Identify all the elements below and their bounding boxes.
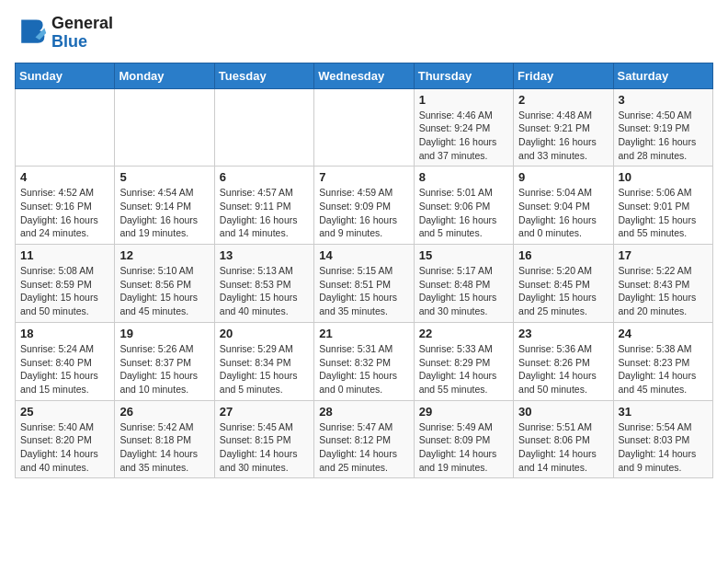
day-detail: Sunrise: 5:47 AM Sunset: 8:12 PM Dayligh… [319, 420, 408, 475]
calendar-cell [115, 88, 214, 167]
calendar-cell: 21Sunrise: 5:31 AM Sunset: 8:32 PM Dayli… [314, 322, 414, 400]
day-number: 2 [518, 93, 608, 107]
calendar-cell: 17Sunrise: 5:22 AM Sunset: 8:43 PM Dayli… [613, 245, 712, 323]
day-number: 14 [319, 248, 408, 262]
col-header-thursday: Thursday [414, 63, 513, 88]
day-number: 4 [20, 170, 109, 184]
calendar-cell: 20Sunrise: 5:29 AM Sunset: 8:34 PM Dayli… [214, 322, 313, 400]
day-number: 1 [419, 93, 508, 107]
calendar-cell: 9Sunrise: 5:04 AM Sunset: 9:04 PM Daylig… [514, 167, 613, 245]
day-detail: Sunrise: 5:17 AM Sunset: 8:48 PM Dayligh… [419, 264, 508, 318]
calendar-cell [16, 88, 115, 167]
day-number: 29 [419, 405, 508, 419]
day-number: 8 [419, 170, 508, 184]
calendar-week-4: 25Sunrise: 5:40 AM Sunset: 8:20 PM Dayli… [16, 400, 713, 478]
day-number: 31 [619, 405, 708, 419]
col-header-monday: Monday [115, 63, 214, 88]
calendar-cell: 18Sunrise: 5:24 AM Sunset: 8:40 PM Dayli… [16, 322, 115, 400]
calendar-cell: 26Sunrise: 5:42 AM Sunset: 8:18 PM Dayli… [115, 400, 214, 478]
calendar-cell: 2Sunrise: 4:48 AM Sunset: 9:21 PM Daylig… [514, 88, 613, 167]
day-number: 9 [518, 170, 608, 184]
calendar-cell: 27Sunrise: 5:45 AM Sunset: 8:15 PM Dayli… [214, 400, 313, 478]
day-number: 28 [319, 405, 408, 419]
calendar-cell: 25Sunrise: 5:40 AM Sunset: 8:20 PM Dayli… [16, 400, 115, 478]
calendar-cell: 13Sunrise: 5:13 AM Sunset: 8:53 PM Dayli… [214, 245, 313, 323]
day-detail: Sunrise: 4:57 AM Sunset: 9:11 PM Dayligh… [220, 186, 309, 240]
day-detail: Sunrise: 5:22 AM Sunset: 8:43 PM Dayligh… [619, 264, 708, 318]
day-number: 7 [319, 170, 408, 184]
calendar-cell: 28Sunrise: 5:47 AM Sunset: 8:12 PM Dayli… [314, 400, 414, 478]
calendar-cell: 3Sunrise: 4:50 AM Sunset: 9:19 PM Daylig… [613, 88, 712, 167]
day-detail: Sunrise: 5:08 AM Sunset: 8:59 PM Dayligh… [20, 264, 109, 318]
day-number: 26 [119, 405, 209, 419]
day-detail: Sunrise: 5:15 AM Sunset: 8:51 PM Dayligh… [319, 264, 408, 318]
calendar-cell: 29Sunrise: 5:49 AM Sunset: 8:09 PM Dayli… [414, 400, 513, 478]
page-header: General Blue [15, 15, 713, 52]
calendar-cell: 16Sunrise: 5:20 AM Sunset: 8:45 PM Dayli… [514, 245, 613, 323]
calendar-cell: 10Sunrise: 5:06 AM Sunset: 9:01 PM Dayli… [613, 167, 712, 245]
day-detail: Sunrise: 4:52 AM Sunset: 9:16 PM Dayligh… [20, 186, 109, 240]
day-detail: Sunrise: 5:24 AM Sunset: 8:40 PM Dayligh… [20, 342, 109, 396]
col-header-saturday: Saturday [613, 63, 712, 88]
calendar-cell: 6Sunrise: 4:57 AM Sunset: 9:11 PM Daylig… [214, 167, 313, 245]
day-detail: Sunrise: 5:04 AM Sunset: 9:04 PM Dayligh… [518, 186, 608, 240]
day-detail: Sunrise: 5:36 AM Sunset: 8:26 PM Dayligh… [518, 342, 608, 396]
day-detail: Sunrise: 4:48 AM Sunset: 9:21 PM Dayligh… [518, 109, 608, 163]
logo-text: General Blue [51, 15, 113, 52]
day-detail: Sunrise: 5:38 AM Sunset: 8:23 PM Dayligh… [619, 342, 708, 396]
logo: General Blue [15, 15, 113, 52]
calendar-cell: 15Sunrise: 5:17 AM Sunset: 8:48 PM Dayli… [414, 245, 513, 323]
day-detail: Sunrise: 5:45 AM Sunset: 8:15 PM Dayligh… [220, 420, 309, 475]
day-number: 16 [518, 248, 608, 262]
calendar-week-2: 11Sunrise: 5:08 AM Sunset: 8:59 PM Dayli… [16, 245, 713, 323]
day-detail: Sunrise: 5:33 AM Sunset: 8:29 PM Dayligh… [419, 342, 508, 396]
day-number: 12 [119, 248, 209, 262]
day-detail: Sunrise: 4:54 AM Sunset: 9:14 PM Dayligh… [119, 186, 209, 240]
calendar-cell: 5Sunrise: 4:54 AM Sunset: 9:14 PM Daylig… [115, 167, 214, 245]
day-number: 13 [220, 248, 309, 262]
day-number: 23 [518, 327, 608, 340]
day-number: 30 [518, 405, 608, 419]
day-number: 6 [220, 170, 309, 184]
day-detail: Sunrise: 5:01 AM Sunset: 9:06 PM Dayligh… [419, 186, 508, 240]
calendar-cell: 14Sunrise: 5:15 AM Sunset: 8:51 PM Dayli… [314, 245, 414, 323]
calendar-week-1: 4Sunrise: 4:52 AM Sunset: 9:16 PM Daylig… [16, 167, 713, 245]
day-detail: Sunrise: 4:46 AM Sunset: 9:24 PM Dayligh… [419, 109, 508, 163]
day-number: 15 [419, 248, 508, 262]
day-number: 17 [619, 248, 708, 262]
col-header-sunday: Sunday [16, 63, 115, 88]
day-number: 19 [119, 327, 209, 340]
calendar-cell [214, 88, 313, 167]
day-detail: Sunrise: 5:40 AM Sunset: 8:20 PM Dayligh… [20, 420, 109, 475]
calendar-cell: 19Sunrise: 5:26 AM Sunset: 8:37 PM Dayli… [115, 322, 214, 400]
day-detail: Sunrise: 5:49 AM Sunset: 8:09 PM Dayligh… [419, 420, 508, 475]
calendar-cell: 23Sunrise: 5:36 AM Sunset: 8:26 PM Dayli… [514, 322, 613, 400]
calendar-cell: 8Sunrise: 5:01 AM Sunset: 9:06 PM Daylig… [414, 167, 513, 245]
calendar-cell: 11Sunrise: 5:08 AM Sunset: 8:59 PM Dayli… [16, 245, 115, 323]
day-number: 24 [619, 327, 708, 340]
day-number: 27 [220, 405, 309, 419]
calendar-header: SundayMondayTuesdayWednesdayThursdayFrid… [16, 63, 713, 88]
calendar-week-0: 1Sunrise: 4:46 AM Sunset: 9:24 PM Daylig… [16, 88, 713, 167]
calendar-cell [314, 88, 414, 167]
calendar-cell: 12Sunrise: 5:10 AM Sunset: 8:56 PM Dayli… [115, 245, 214, 323]
day-detail: Sunrise: 5:31 AM Sunset: 8:32 PM Dayligh… [319, 342, 408, 396]
calendar-cell: 4Sunrise: 4:52 AM Sunset: 9:16 PM Daylig… [16, 167, 115, 245]
day-number: 5 [119, 170, 209, 184]
day-number: 21 [319, 327, 408, 340]
calendar-week-3: 18Sunrise: 5:24 AM Sunset: 8:40 PM Dayli… [16, 322, 713, 400]
day-detail: Sunrise: 5:29 AM Sunset: 8:34 PM Dayligh… [220, 342, 309, 396]
calendar-cell: 1Sunrise: 4:46 AM Sunset: 9:24 PM Daylig… [414, 88, 513, 167]
day-detail: Sunrise: 5:54 AM Sunset: 8:03 PM Dayligh… [619, 420, 708, 475]
day-detail: Sunrise: 5:06 AM Sunset: 9:01 PM Dayligh… [619, 186, 708, 240]
day-detail: Sunrise: 5:20 AM Sunset: 8:45 PM Dayligh… [518, 264, 608, 318]
calendar-table: SundayMondayTuesdayWednesdayThursdayFrid… [15, 63, 713, 479]
day-number: 18 [20, 327, 109, 340]
day-number: 10 [619, 170, 708, 184]
col-header-wednesday: Wednesday [314, 63, 414, 88]
day-detail: Sunrise: 4:59 AM Sunset: 9:09 PM Dayligh… [319, 186, 408, 240]
calendar-cell: 31Sunrise: 5:54 AM Sunset: 8:03 PM Dayli… [613, 400, 712, 478]
day-detail: Sunrise: 5:13 AM Sunset: 8:53 PM Dayligh… [220, 264, 309, 318]
col-header-tuesday: Tuesday [214, 63, 313, 88]
day-detail: Sunrise: 5:26 AM Sunset: 8:37 PM Dayligh… [119, 342, 209, 396]
